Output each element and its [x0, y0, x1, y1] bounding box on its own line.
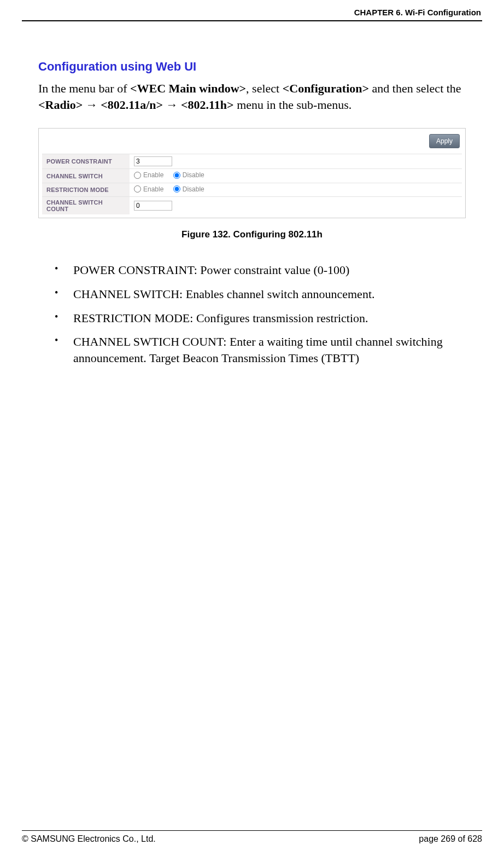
text: In the menu bar of: [38, 81, 130, 95]
figure-screenshot: Apply POWER CONSTRAINT CHANNEL SWITCH En…: [38, 128, 466, 218]
radio-label: Enable: [143, 171, 163, 179]
field-label: RESTRICTION MODE: [42, 183, 130, 197]
arrow-icon: →: [83, 98, 101, 112]
apply-button[interactable]: Apply: [429, 134, 460, 148]
radio-label: Disable: [183, 171, 204, 179]
power-constraint-input[interactable]: [134, 156, 172, 166]
intro-paragraph: In the menu bar of <WEC Main window>, se…: [38, 80, 466, 113]
config-table: POWER CONSTRAINT CHANNEL SWITCH Enable: [42, 154, 462, 214]
list-item: CHANNEL SWITCH: Enables channel switch a…: [55, 286, 466, 302]
table-row: CHANNEL SWITCH Enable Disable: [42, 169, 462, 183]
list-item: CHANNEL SWTICH COUNT: Enter a waiting ti…: [55, 334, 466, 366]
list-item: POWER CONSTRAINT: Power constraint value…: [55, 262, 466, 278]
bold-text: <802.11a/n>: [101, 98, 163, 112]
channel-switch-enable-radio[interactable]: [134, 172, 141, 179]
table-row: POWER CONSTRAINT: [42, 154, 462, 169]
bold-text: <802.11h>: [181, 98, 234, 112]
text: and then select the: [369, 81, 461, 95]
page-number: page 269 of 628: [419, 834, 482, 844]
arrow-icon: →: [163, 98, 181, 112]
figure-caption: Figure 132. Configuring 802.11h: [38, 229, 466, 240]
footer-rule: [22, 830, 482, 831]
bold-text: <Radio>: [38, 98, 83, 112]
bold-text: <Configuration>: [283, 81, 369, 95]
table-row: CHANNEL SWITCH COUNT: [42, 197, 462, 215]
restriction-mode-enable-radio[interactable]: [134, 185, 141, 193]
list-item: RESTRICTION MODE: Configures transmissio…: [55, 310, 466, 327]
bullet-list: POWER CONSTRAINT: Power constraint value…: [38, 262, 466, 366]
table-row: RESTRICTION MODE Enable Disable: [42, 183, 462, 197]
section-title: Configuration using Web UI: [38, 60, 466, 74]
field-label: CHANNEL SWITCH: [42, 169, 130, 183]
channel-switch-disable-radio[interactable]: [173, 172, 180, 179]
bold-text: <WEC Main window>: [130, 81, 246, 95]
radio-label: Disable: [183, 185, 204, 193]
field-label: CHANNEL SWITCH COUNT: [42, 197, 130, 215]
page-header: CHAPTER 6. Wi-Fi Configuration: [22, 8, 482, 20]
copyright-text: © SAMSUNG Electronics Co., Ltd.: [22, 834, 156, 844]
text: menu in the sub-menus.: [234, 98, 352, 112]
field-label: POWER CONSTRAINT: [42, 154, 130, 169]
content-area: Configuration using Web UI In the menu b…: [22, 21, 482, 366]
page-footer: © SAMSUNG Electronics Co., Ltd. page 269…: [22, 830, 482, 844]
channel-switch-count-input[interactable]: [134, 201, 172, 211]
restriction-mode-disable-radio[interactable]: [173, 185, 180, 193]
text: , select: [246, 81, 283, 95]
radio-label: Enable: [143, 185, 163, 193]
